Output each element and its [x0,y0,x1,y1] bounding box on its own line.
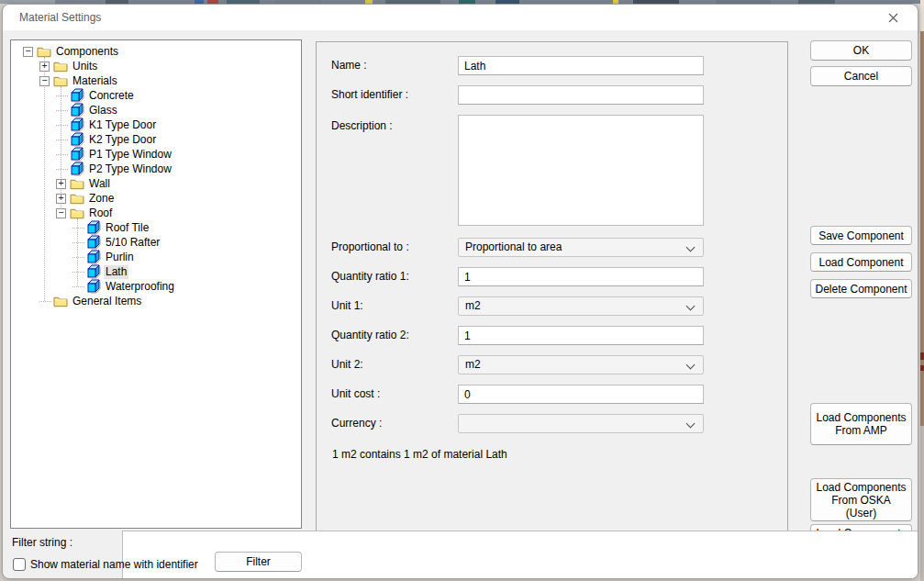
dialog-title: Material Settings [19,5,101,30]
material-settings-dialog: Material Settings − Components [2,4,918,579]
show-identifier-checkbox-label: Show material name with identifier [30,556,198,573]
tree-expander[interactable]: + [56,179,66,189]
unit-1-value: m2 [465,299,481,312]
show-identifier-checkbox[interactable] [13,558,26,571]
name-input[interactable] [458,56,704,75]
tree-stub [39,301,51,302]
description-input[interactable] [458,115,704,226]
tree-item[interactable]: P1 Type Window [11,147,301,162]
cube-icon [70,132,84,147]
folder-icon [53,296,68,307]
filter-string-label: Filter string : [12,533,72,552]
tree-expander[interactable]: − [56,208,66,218]
tree-item[interactable]: + Zone [11,191,301,206]
tree-item[interactable]: Waterproofing [11,279,301,294]
chevron-down-icon [686,419,696,429]
unit-2-select[interactable]: m2 [458,355,704,374]
tree-item[interactable]: General Items [11,294,301,308]
tree-item[interactable]: P2 Type Window [11,162,301,176]
quantity-ratio-2-input[interactable] [458,326,704,345]
tree-stub [72,228,84,229]
tree-item-label: Purlin [104,251,136,264]
load-components-from-oska-user-button[interactable]: Load Components From OSKA (User) [810,478,912,521]
tree-stub [56,125,68,126]
currency-select[interactable] [458,414,704,433]
tree-item-label: Materials [71,74,119,88]
unit-cost-label: Unit cost : [331,385,380,404]
tree-item-label: Wall [87,177,112,191]
folder-icon [37,46,51,58]
unit-1-label: Unit 1: [331,296,363,316]
tree-stub [56,154,68,155]
filter-button[interactable]: Filter [215,552,302,572]
delete-component-button[interactable]: Delete Component [810,279,912,298]
ok-button[interactable]: OK [810,40,912,61]
short-identifier-input[interactable] [458,85,704,105]
cube-icon [70,147,84,162]
tree-item[interactable]: Glass [11,103,301,117]
tree-item[interactable]: − Roof [11,206,301,220]
quantity-ratio-1-input[interactable] [458,267,704,286]
tree-item-label: Units [71,60,99,73]
tree-item-label: Roof [87,207,114,220]
tree-item[interactable]: K2 Type Door [11,132,301,147]
description-label: Description : [331,117,393,136]
chevron-down-icon [686,302,696,311]
tree-item-label: 5/10 Rafter [104,236,161,250]
tree-item-label: Glass [87,104,119,117]
tree-item[interactable]: Lath [11,264,301,279]
tree-item[interactable]: Concrete [11,88,301,103]
tree-item-label: K2 Type Door [87,133,158,147]
save-component-button[interactable]: Save Component [810,226,912,245]
screen: Material Settings − Components [0,0,924,581]
tree-item[interactable]: − Materials [11,73,301,88]
tree-item[interactable]: + Wall [11,176,301,191]
cube-icon [86,279,101,294]
cube-icon [70,88,84,103]
currency-label: Currency : [331,414,382,433]
tree-item[interactable]: Purlin [11,250,301,264]
tree-item[interactable]: 5/10 Rafter [11,235,301,250]
unit-cost-input[interactable] [458,385,704,404]
tree-stub [56,169,68,170]
tree-expander[interactable]: + [39,61,50,72]
tree-item[interactable]: Roof Tile [11,220,301,235]
tree-item-label: Waterproofing [104,280,176,294]
cube-icon [70,103,84,117]
proportional-to-value: Proportional to area [465,240,562,253]
chevron-down-icon [686,361,696,370]
folder-icon [53,75,68,87]
close-button[interactable] [877,5,908,30]
proportional-to-select[interactable]: Proportional to area [458,238,704,257]
titlebar: Material Settings [3,5,918,30]
unit-2-label: Unit 2: [331,355,363,374]
tree-stub [56,140,68,140]
tree-expander[interactable]: − [23,47,33,57]
close-icon [888,13,898,23]
tree-item[interactable]: − Components [11,44,301,59]
load-component-button[interactable]: Load Component [810,252,912,272]
unit-2-value: m2 [465,358,481,371]
tree-stub [72,242,84,243]
folder-icon [70,207,84,219]
tree-item-label: K1 Type Door [87,118,158,132]
tree-expander[interactable]: + [56,194,66,204]
material-form-panel: Name : Short identifier : Description : … [316,41,788,570]
folder-icon [53,61,68,73]
proportional-to-label: Proportional to : [331,238,409,257]
tree-expander[interactable]: − [39,76,50,86]
cube-icon [70,117,84,132]
tree-item-label: Lath [104,265,128,279]
unit-1-select[interactable]: m2 [458,296,704,316]
cancel-button[interactable]: Cancel [810,66,912,86]
component-tree: − Components + Units − [10,39,302,529]
tree-item-label: Roof Tile [104,221,150,235]
tree-item-label: P1 Type Window [87,148,173,162]
tree-item-label: General Items [71,295,143,308]
tree-item-label: Components [54,45,120,59]
cube-icon [86,250,101,264]
tree-item[interactable]: K1 Type Door [11,117,301,132]
tree-item[interactable]: + Units [11,59,301,73]
load-components-from-amp-button[interactable]: Load Components From AMP [810,403,912,445]
ratio-summary-text: 1 m2 contains 1 m2 of material Lath [332,448,507,461]
